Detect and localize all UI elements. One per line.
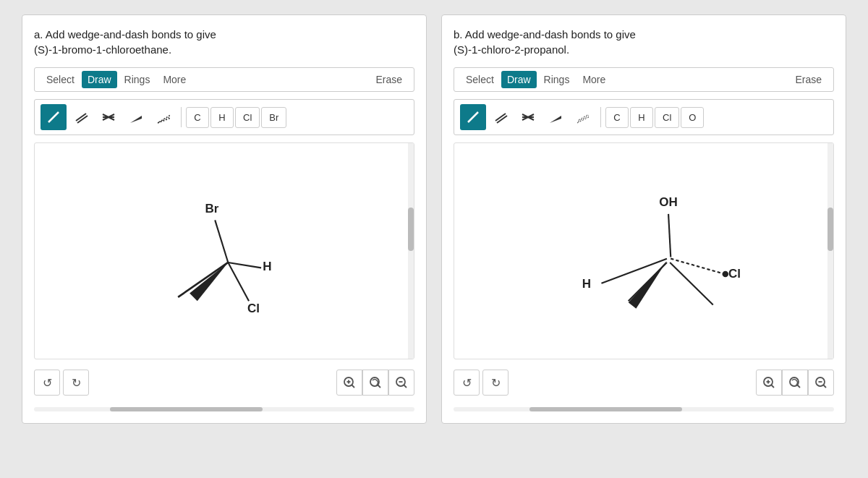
undo-redo-a: ↺ ↻ <box>34 370 89 396</box>
svg-line-36 <box>579 114 589 120</box>
draw-button-b[interactable]: Draw <box>501 71 537 88</box>
atom-o-button-b[interactable]: O <box>681 107 704 128</box>
single-bond-icon-b <box>466 110 480 124</box>
undo-button-b[interactable]: ↺ <box>454 370 480 396</box>
atom-cl-button-a[interactable]: Cl <box>235 107 260 128</box>
toolbar-a: Select Draw Rings More Erase <box>34 67 414 92</box>
zoom-out-icon-b <box>814 376 827 389</box>
scrollbar-a[interactable] <box>408 143 414 359</box>
triple-bond-icon-b <box>521 110 535 124</box>
atom-cl-button-b[interactable]: Cl <box>655 107 679 128</box>
atom-h-button-a[interactable]: H <box>210 107 234 128</box>
svg-line-26 <box>404 385 407 388</box>
zoom-reset-icon-b <box>788 376 801 389</box>
canvas-b[interactable]: OH H Cl <box>454 142 834 359</box>
triple-bond-icon-a <box>101 110 116 124</box>
erase-button-b[interactable]: Erase <box>789 71 827 88</box>
rings-button-a[interactable]: Rings <box>119 71 156 88</box>
undo-icon-a: ↺ <box>43 376 52 390</box>
draw-tools-b: C H Cl O <box>454 99 834 135</box>
svg-line-35 <box>578 116 589 121</box>
zoom-out-button-b[interactable] <box>808 370 834 396</box>
atom-c-button-a[interactable]: C <box>186 107 209 128</box>
undo-icon-b: ↺ <box>462 376 472 390</box>
atom-h-button-b[interactable]: H <box>630 107 653 128</box>
more-button-b[interactable]: More <box>576 71 611 88</box>
redo-icon-a: ↻ <box>72 376 81 390</box>
svg-marker-33 <box>550 116 561 123</box>
svg-text:Cl: Cl <box>728 267 741 281</box>
toolbar-b-left: Select Draw Rings More <box>460 71 611 88</box>
dash-bond-button-a[interactable] <box>150 104 176 130</box>
rings-button-b[interactable]: Rings <box>538 71 576 88</box>
canvas-a[interactable]: Br H Cl <box>34 142 414 359</box>
double-bond-button-a[interactable] <box>68 104 94 130</box>
svg-line-27 <box>468 112 478 122</box>
scrollbar-b[interactable] <box>827 143 833 359</box>
undo-redo-b: ↺ ↻ <box>454 370 509 396</box>
molecule-svg-b: OH H Cl <box>454 143 833 359</box>
redo-button-a[interactable]: ↻ <box>63 370 89 396</box>
double-bond-icon-a <box>74 110 88 124</box>
single-bond-button-a[interactable] <box>41 104 67 130</box>
atom-c-button-b[interactable]: C <box>605 107 629 128</box>
undo-button-a[interactable]: ↺ <box>34 370 60 396</box>
wedge-bond-icon-b <box>548 110 563 124</box>
svg-line-53 <box>798 385 801 388</box>
zoom-reset-button-b[interactable] <box>782 370 808 396</box>
svg-line-40 <box>668 214 671 257</box>
toolbar-a-left: Select Draw Rings More <box>41 71 192 88</box>
zoom-tools-b <box>756 370 834 396</box>
redo-icon-b: ↻ <box>491 376 501 390</box>
atom-br-button-a[interactable]: Br <box>261 107 286 128</box>
triple-bond-button-a[interactable] <box>95 104 122 130</box>
double-bond-icon-b <box>493 110 508 124</box>
svg-line-0 <box>48 112 59 122</box>
zoom-in-button-a[interactable] <box>336 370 362 396</box>
scrollbar-bottom-b <box>454 407 834 411</box>
zoom-out-icon-a <box>395 376 408 389</box>
svg-marker-15 <box>190 263 228 301</box>
zoom-in-button-b[interactable] <box>756 370 782 396</box>
svg-line-12 <box>215 220 228 263</box>
svg-line-13 <box>228 263 261 268</box>
zoom-reset-button-a[interactable] <box>362 370 388 396</box>
panel-b: b. Add wedge-and-dash bonds to give (S)-… <box>441 14 846 424</box>
svg-text:Br: Br <box>205 202 218 215</box>
dash-bond-icon-a <box>156 110 171 124</box>
svg-line-45 <box>670 263 713 305</box>
svg-line-50 <box>772 385 775 388</box>
scrollbar-thumb-b <box>827 208 833 251</box>
single-bond-button-b[interactable] <box>460 104 486 130</box>
svg-line-23 <box>378 385 381 388</box>
svg-text:OH: OH <box>659 195 678 209</box>
panel-b-title: b. Add wedge-and-dash bonds to give (S)-… <box>454 27 834 57</box>
svg-line-41 <box>601 259 666 283</box>
wedge-bond-button-a[interactable] <box>123 104 149 130</box>
select-button-a[interactable]: Select <box>41 71 80 88</box>
double-bond-button-b[interactable] <box>488 104 514 130</box>
wedge-bond-button-b[interactable] <box>542 104 569 130</box>
panel-a-title: a. Add wedge-and-dash bonds to give (S)-… <box>34 27 414 57</box>
scrollbar-bottom-thumb-a <box>110 407 262 411</box>
more-button-a[interactable]: More <box>157 71 192 88</box>
svg-point-43 <box>723 271 729 278</box>
molecule-svg-a: Br H Cl <box>35 143 414 359</box>
title-line2: (S)-1-bromo-1-chloroethane. <box>34 43 171 56</box>
scrollbar-bottom-thumb-b <box>529 407 681 411</box>
select-button-b[interactable]: Select <box>460 71 500 88</box>
bottom-bar-a: ↺ ↻ <box>34 367 414 398</box>
svg-text:H: H <box>582 277 591 291</box>
scrollbar-bottom-a <box>34 407 414 411</box>
svg-marker-7 <box>158 116 169 123</box>
dash-bond-icon-b <box>576 110 590 124</box>
svg-line-20 <box>352 385 355 388</box>
svg-marker-6 <box>130 116 142 123</box>
erase-button-a[interactable]: Erase <box>370 71 408 88</box>
zoom-out-button-a[interactable] <box>388 370 414 396</box>
svg-text:H: H <box>263 260 271 273</box>
redo-button-b[interactable]: ↻ <box>482 370 509 396</box>
draw-button-a[interactable]: Draw <box>82 71 117 88</box>
triple-bond-button-b[interactable] <box>515 104 541 130</box>
dash-bond-button-b[interactable] <box>570 104 596 130</box>
